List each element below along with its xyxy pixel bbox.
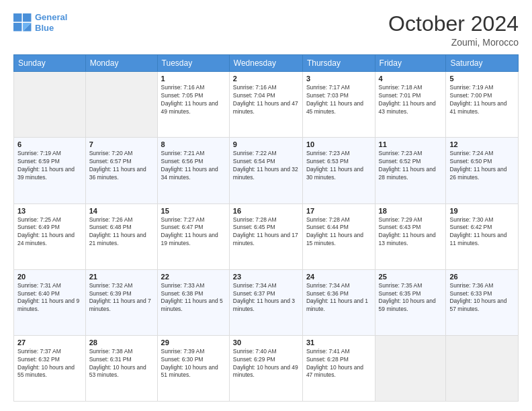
calendar-cell: 10Sunrise: 7:23 AMSunset: 6:53 PMDayligh… [302, 138, 375, 203]
calendar-cell: 1Sunrise: 7:16 AMSunset: 7:05 PMDaylight… [157, 72, 229, 138]
header: General Blue October 2024 Zoumi, Morocco [13, 12, 519, 48]
location: Zoumi, Morocco [388, 37, 519, 48]
cell-day-number: 9 [233, 140, 299, 148]
cell-info: Sunrise: 7:30 AMSunset: 6:42 PMDaylight:… [449, 216, 515, 248]
calendar-cell: 30Sunrise: 7:40 AMSunset: 6:29 PMDayligh… [229, 335, 302, 401]
calendar-table: SundayMondayTuesdayWednesdayThursdayFrid… [13, 54, 519, 402]
svg-rect-1 [23, 13, 31, 21]
svg-rect-2 [13, 23, 21, 31]
cell-day-number: 6 [17, 140, 82, 148]
cell-info: Sunrise: 7:29 AMSunset: 6:43 PMDaylight:… [379, 216, 443, 248]
calendar-cell: 25Sunrise: 7:35 AMSunset: 6:35 PMDayligh… [375, 269, 446, 335]
cell-info: Sunrise: 7:33 AMSunset: 6:38 PMDaylight:… [161, 282, 226, 314]
logo-line1: General [35, 12, 67, 22]
calendar-cell: 8Sunrise: 7:21 AMSunset: 6:56 PMDaylight… [157, 138, 229, 203]
calendar-cell: 11Sunrise: 7:23 AMSunset: 6:52 PMDayligh… [375, 138, 446, 203]
day-header-saturday: Saturday [446, 55, 519, 72]
calendar-cell [375, 335, 446, 401]
calendar-cell [446, 335, 519, 401]
cell-day-number: 21 [89, 273, 154, 281]
cell-day-number: 13 [17, 207, 82, 215]
cell-day-number: 12 [449, 140, 515, 148]
cell-day-number: 14 [89, 207, 154, 215]
cell-info: Sunrise: 7:31 AMSunset: 6:40 PMDaylight:… [17, 282, 82, 314]
cell-day-number: 8 [161, 140, 226, 148]
day-header-sunday: Sunday [14, 55, 86, 72]
cell-day-number: 20 [17, 273, 82, 281]
calendar-week-2: 6Sunrise: 7:19 AMSunset: 6:59 PMDaylight… [14, 138, 519, 203]
cell-day-number: 24 [306, 273, 371, 281]
cell-day-number: 18 [379, 207, 443, 215]
calendar-cell: 28Sunrise: 7:38 AMSunset: 6:31 PMDayligh… [85, 335, 157, 401]
logo-line2: Blue [35, 23, 54, 33]
cell-info: Sunrise: 7:32 AMSunset: 6:39 PMDaylight:… [89, 282, 154, 314]
calendar-cell [85, 72, 157, 138]
day-header-wednesday: Wednesday [229, 55, 302, 72]
cell-day-number: 4 [379, 75, 443, 83]
cell-info: Sunrise: 7:28 AMSunset: 6:45 PMDaylight:… [233, 216, 299, 248]
logo: General Blue [13, 12, 67, 33]
cell-info: Sunrise: 7:16 AMSunset: 7:05 PMDaylight:… [161, 84, 226, 116]
cell-day-number: 25 [379, 273, 443, 281]
calendar-cell: 15Sunrise: 7:27 AMSunset: 6:47 PMDayligh… [157, 203, 229, 269]
cell-day-number: 5 [449, 75, 515, 83]
cell-info: Sunrise: 7:20 AMSunset: 6:57 PMDaylight:… [89, 150, 154, 182]
calendar-cell: 26Sunrise: 7:36 AMSunset: 6:33 PMDayligh… [446, 269, 519, 335]
calendar-cell: 20Sunrise: 7:31 AMSunset: 6:40 PMDayligh… [14, 269, 86, 335]
cell-info: Sunrise: 7:38 AMSunset: 6:31 PMDaylight:… [89, 348, 154, 380]
calendar-cell: 12Sunrise: 7:24 AMSunset: 6:50 PMDayligh… [446, 138, 519, 203]
cell-info: Sunrise: 7:27 AMSunset: 6:47 PMDaylight:… [161, 216, 226, 248]
cell-day-number: 3 [306, 75, 371, 83]
cell-day-number: 17 [306, 207, 371, 215]
cell-info: Sunrise: 7:35 AMSunset: 6:35 PMDaylight:… [379, 282, 443, 314]
day-header-thursday: Thursday [302, 55, 375, 72]
cell-day-number: 23 [233, 273, 299, 281]
cell-info: Sunrise: 7:40 AMSunset: 6:29 PMDaylight:… [233, 348, 299, 380]
cell-day-number: 26 [449, 273, 515, 281]
page: General Blue October 2024 Zoumi, Morocco… [0, 0, 532, 411]
cell-info: Sunrise: 7:41 AMSunset: 6:28 PMDaylight:… [306, 348, 371, 380]
cell-day-number: 28 [89, 338, 154, 347]
cell-day-number: 22 [161, 273, 226, 281]
cell-info: Sunrise: 7:18 AMSunset: 7:01 PMDaylight:… [379, 84, 443, 116]
calendar-cell: 21Sunrise: 7:32 AMSunset: 6:39 PMDayligh… [85, 269, 157, 335]
calendar-cell: 9Sunrise: 7:22 AMSunset: 6:54 PMDaylight… [229, 138, 302, 203]
calendar-cell: 7Sunrise: 7:20 AMSunset: 6:57 PMDaylight… [85, 138, 157, 203]
logo-text: General Blue [35, 12, 67, 33]
cell-day-number: 10 [306, 140, 371, 148]
calendar-cell [14, 72, 86, 138]
calendar-week-1: 1Sunrise: 7:16 AMSunset: 7:05 PMDaylight… [14, 72, 519, 138]
cell-info: Sunrise: 7:16 AMSunset: 7:04 PMDaylight:… [233, 84, 299, 116]
day-header-friday: Friday [375, 55, 446, 72]
svg-rect-0 [13, 13, 21, 21]
calendar-cell: 23Sunrise: 7:34 AMSunset: 6:37 PMDayligh… [229, 269, 302, 335]
calendar-cell: 24Sunrise: 7:34 AMSunset: 6:36 PMDayligh… [302, 269, 375, 335]
cell-day-number: 19 [449, 207, 515, 215]
calendar-cell: 3Sunrise: 7:17 AMSunset: 7:03 PMDaylight… [302, 72, 375, 138]
calendar-week-3: 13Sunrise: 7:25 AMSunset: 6:49 PMDayligh… [14, 203, 519, 269]
logo-icon [13, 13, 32, 32]
cell-info: Sunrise: 7:36 AMSunset: 6:33 PMDaylight:… [449, 282, 515, 314]
cell-info: Sunrise: 7:37 AMSunset: 6:32 PMDaylight:… [17, 348, 82, 380]
calendar-cell: 29Sunrise: 7:39 AMSunset: 6:30 PMDayligh… [157, 335, 229, 401]
cell-info: Sunrise: 7:39 AMSunset: 6:30 PMDaylight:… [161, 348, 226, 380]
cell-info: Sunrise: 7:23 AMSunset: 6:52 PMDaylight:… [379, 150, 443, 182]
cell-day-number: 11 [379, 140, 443, 148]
calendar-cell: 31Sunrise: 7:41 AMSunset: 6:28 PMDayligh… [302, 335, 375, 401]
calendar-cell: 13Sunrise: 7:25 AMSunset: 6:49 PMDayligh… [14, 203, 86, 269]
day-header-tuesday: Tuesday [157, 55, 229, 72]
calendar-cell: 19Sunrise: 7:30 AMSunset: 6:42 PMDayligh… [446, 203, 519, 269]
cell-day-number: 7 [89, 140, 154, 148]
cell-info: Sunrise: 7:28 AMSunset: 6:44 PMDaylight:… [306, 216, 371, 248]
cell-info: Sunrise: 7:26 AMSunset: 6:48 PMDaylight:… [89, 216, 154, 248]
cell-day-number: 27 [17, 338, 82, 347]
cell-info: Sunrise: 7:34 AMSunset: 6:37 PMDaylight:… [233, 282, 299, 314]
calendar-cell: 16Sunrise: 7:28 AMSunset: 6:45 PMDayligh… [229, 203, 302, 269]
cell-day-number: 2 [233, 75, 299, 83]
calendar-cell: 14Sunrise: 7:26 AMSunset: 6:48 PMDayligh… [85, 203, 157, 269]
calendar-cell: 22Sunrise: 7:33 AMSunset: 6:38 PMDayligh… [157, 269, 229, 335]
cell-day-number: 31 [306, 338, 371, 347]
cell-info: Sunrise: 7:19 AMSunset: 6:59 PMDaylight:… [17, 150, 82, 182]
calendar-cell: 6Sunrise: 7:19 AMSunset: 6:59 PMDaylight… [14, 138, 86, 203]
calendar-cell: 4Sunrise: 7:18 AMSunset: 7:01 PMDaylight… [375, 72, 446, 138]
